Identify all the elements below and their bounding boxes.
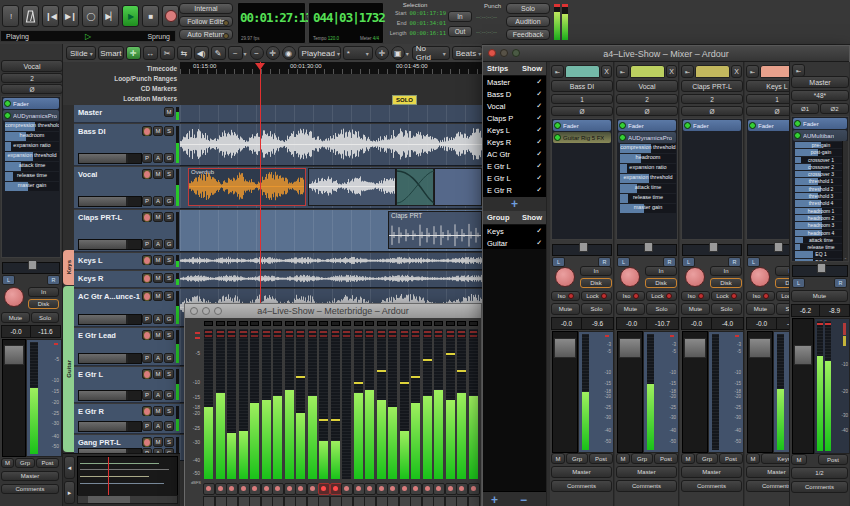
gain-slider[interactable] [78, 314, 142, 325]
automation-threshold-2[interactable]: threshold 2 [795, 186, 847, 192]
mute-button[interactable]: M [153, 406, 163, 416]
record-arm-button[interactable] [295, 483, 307, 495]
primary-clock[interactable]: 00:01:27:13 29.97 fps [237, 2, 306, 44]
audition-tool-button[interactable]: ◀) [194, 46, 209, 60]
close-icon[interactable] [190, 307, 198, 315]
solo-button[interactable]: S [164, 291, 174, 301]
automation-headroom[interactable]: headroom [620, 154, 676, 163]
smart-toggle[interactable]: Smart [98, 46, 124, 60]
record-arm-button[interactable] [307, 483, 319, 495]
canvas-track-keys-l[interactable] [180, 253, 482, 270]
metering-point-button[interactable]: M [746, 453, 760, 464]
solo-alert-button[interactable]: Solo [506, 3, 550, 14]
group-tab-guitar[interactable]: Guitar [63, 286, 74, 452]
meter-name-box[interactable] [353, 496, 365, 506]
strips-list-item-bass-d-1[interactable]: Bass D✓ [483, 88, 546, 100]
metering-point-button[interactable]: M [791, 454, 807, 465]
chevron-down-icon[interactable]: ▾ [244, 50, 247, 57]
meter-name-box[interactable] [203, 496, 215, 506]
record-arm-button[interactable] [330, 483, 342, 495]
meter-name-box[interactable] [410, 496, 422, 506]
disk-monitor-button[interactable]: Disk [580, 278, 612, 288]
solo-button[interactable]: S [164, 255, 174, 265]
mute-button[interactable]: M [153, 169, 163, 179]
strip-input-button[interactable]: 1 [551, 94, 613, 104]
meter-name-box[interactable] [261, 496, 273, 506]
region-crossfade[interactable] [396, 168, 434, 206]
strips-list-item-vocal-2[interactable]: Vocal✓ [483, 100, 546, 112]
summary-scroll-right-button[interactable]: ▸ [64, 481, 75, 504]
meter-name-box[interactable] [318, 496, 330, 506]
fader[interactable] [682, 331, 708, 453]
record-arm-button[interactable] [142, 330, 152, 340]
record-arm-button[interactable] [215, 483, 227, 495]
record-arm-button[interactable] [376, 483, 388, 495]
region-vocal-take[interactable] [308, 168, 396, 206]
strip-phase-button[interactable]: Ø [1, 84, 63, 94]
track-header-e-gtr-r[interactable]: E Gtr RMSPAG [74, 404, 180, 434]
comments-button[interactable]: Comments [616, 480, 677, 492]
pan-right-button[interactable]: R [834, 278, 847, 288]
solo-button[interactable]: Solo [646, 303, 677, 315]
strip-narrow-button[interactable]: ⇤ [746, 65, 759, 78]
strips-list-item-ac-gtr-6[interactable]: AC Gtr✓ [483, 148, 546, 160]
gain-display[interactable]: -0.0 [681, 317, 712, 330]
slide-select[interactable]: Slide▾ [66, 46, 96, 60]
peak-box[interactable] [204, 321, 213, 326]
solo-button[interactable]: S [164, 406, 174, 416]
meter-post-button[interactable]: Post [36, 458, 59, 468]
strips-list-item-e-gtr-l-7[interactable]: E Gtr L✓ [483, 160, 546, 172]
automation-button[interactable]: A [153, 314, 163, 324]
record-arm-button[interactable] [272, 483, 284, 495]
punch-out-button[interactable]: Out [448, 26, 472, 37]
cut-tool-button[interactable]: ✂ [160, 46, 175, 60]
record-arm-button[interactable] [226, 483, 238, 495]
pan-slider[interactable] [617, 244, 677, 256]
input-monitor-button[interactable]: In [28, 287, 59, 297]
strip-color-tab[interactable] [695, 65, 730, 78]
strip-narrow-button[interactable]: ⇤ [551, 65, 564, 78]
meter-post-button[interactable]: Post [818, 454, 848, 465]
solo-button[interactable]: S [164, 212, 174, 222]
processor-audynamicspro[interactable]: AUDynamicsPro [618, 132, 676, 143]
strips-list-item-keys-l-4[interactable]: Keys L✓ [483, 124, 546, 136]
strip-phase-button[interactable]: Ø [616, 106, 678, 116]
mute-button[interactable]: M [153, 291, 163, 301]
record-arm-button[interactable] [261, 483, 273, 495]
peak-box[interactable] [434, 321, 443, 326]
automation-post-gain[interactable]: post-gain [795, 149, 847, 155]
processor-fader[interactable]: Fader [793, 118, 847, 129]
chevron-down-icon[interactable]: ▾ [406, 50, 409, 57]
record-arm-button[interactable] [422, 483, 434, 495]
meter-name-box[interactable] [456, 496, 468, 506]
pan-handle[interactable] [774, 242, 783, 252]
horizontal-scrollbar[interactable] [77, 495, 178, 504]
meter-name-box[interactable] [376, 496, 388, 506]
beats-select[interactable]: Beats▾ [452, 46, 483, 60]
record-arm-button[interactable] [142, 212, 152, 222]
strip-phase-button[interactable]: Ø [551, 106, 613, 116]
track-header-bass-di[interactable]: Bass DIMSPAG [74, 124, 180, 166]
solo-location-marker[interactable]: SOLO [392, 95, 417, 105]
processor-audynamicspro[interactable]: AUDynamicsPro [3, 110, 59, 121]
zoom-out-tool-button[interactable]: − [250, 46, 264, 60]
goto-end-button[interactable]: ▶❙ [62, 5, 79, 27]
summary-view[interactable] [77, 456, 178, 496]
record-button[interactable] [162, 5, 179, 27]
gain-display[interactable]: -0.0 [551, 317, 582, 330]
meter-name-box[interactable] [215, 496, 227, 506]
ruler-label-location-markers[interactable]: Location Markers [123, 95, 177, 102]
record-arm-button[interactable] [203, 483, 215, 495]
track-header-e-gtr-lead[interactable]: E Gtr LeadMSPAG [74, 328, 180, 366]
mute-button[interactable]: M [153, 255, 163, 265]
meter-name-box[interactable] [433, 496, 445, 506]
summary-scroll-left-button[interactable]: ◂ [64, 456, 75, 479]
automation-expansion-threshold[interactable]: expansion threshold [5, 152, 59, 161]
fader[interactable] [747, 331, 773, 453]
pan-handle[interactable] [644, 242, 653, 252]
record-arm-button[interactable] [142, 126, 152, 136]
group-button[interactable]: Grp [15, 458, 35, 468]
fader-handle[interactable] [794, 345, 812, 365]
automation-attack-time[interactable]: attack time [795, 237, 847, 243]
peak-box[interactable] [457, 321, 466, 326]
